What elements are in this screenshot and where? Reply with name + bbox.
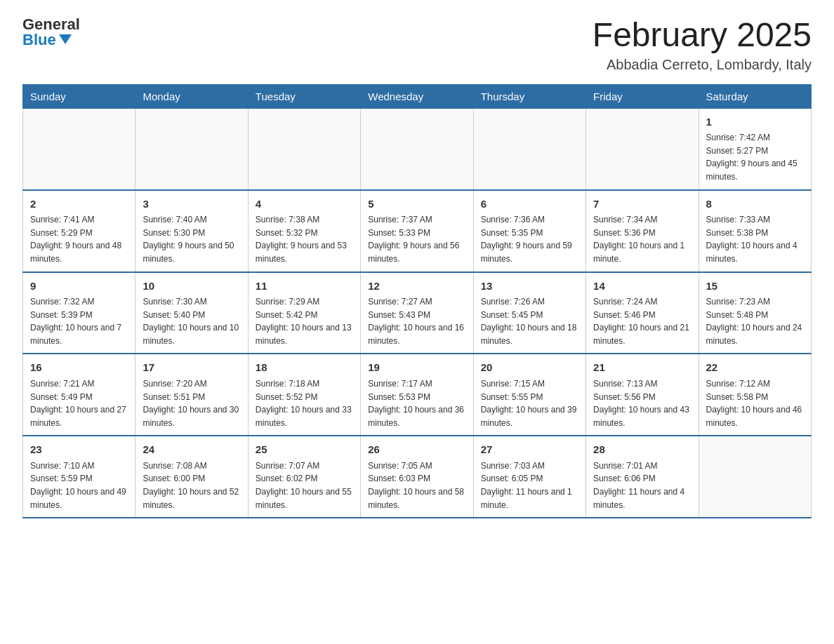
day-number: 25 bbox=[256, 442, 353, 458]
day-cell: 20Sunrise: 7:15 AMSunset: 5:55 PMDayligh… bbox=[473, 354, 585, 436]
day-number: 15 bbox=[706, 279, 804, 295]
day-number: 10 bbox=[143, 279, 240, 295]
day-info: Sunrise: 7:23 AMSunset: 5:48 PMDaylight:… bbox=[706, 295, 804, 347]
logo-general-text: General bbox=[22, 17, 80, 32]
day-cell: 4Sunrise: 7:38 AMSunset: 5:32 PMDaylight… bbox=[248, 190, 360, 272]
title-section: February 2025 Abbadia Cerreto, Lombardy,… bbox=[593, 17, 812, 73]
day-info: Sunrise: 7:05 AMSunset: 6:03 PMDaylight:… bbox=[368, 459, 465, 511]
day-number: 5 bbox=[368, 196, 465, 213]
day-cell bbox=[699, 436, 811, 518]
day-cell: 21Sunrise: 7:13 AMSunset: 5:56 PMDayligh… bbox=[586, 354, 699, 436]
day-number: 27 bbox=[481, 442, 578, 458]
day-number: 1 bbox=[706, 114, 804, 130]
day-cell: 3Sunrise: 7:40 AMSunset: 5:30 PMDaylight… bbox=[135, 190, 248, 272]
day-cell: 22Sunrise: 7:12 AMSunset: 5:58 PMDayligh… bbox=[699, 354, 811, 436]
day-number: 11 bbox=[256, 279, 353, 295]
day-number: 23 bbox=[30, 442, 128, 458]
day-info: Sunrise: 7:15 AMSunset: 5:55 PMDaylight:… bbox=[481, 377, 578, 429]
day-info: Sunrise: 7:13 AMSunset: 5:56 PMDaylight:… bbox=[593, 377, 691, 429]
day-number: 16 bbox=[30, 360, 128, 376]
day-info: Sunrise: 7:08 AMSunset: 6:00 PMDaylight:… bbox=[143, 459, 240, 511]
day-cell bbox=[586, 108, 699, 189]
day-cell: 28Sunrise: 7:01 AMSunset: 6:06 PMDayligh… bbox=[586, 436, 699, 518]
logo-triangle-icon bbox=[59, 34, 72, 44]
day-cell: 13Sunrise: 7:26 AMSunset: 5:45 PMDayligh… bbox=[473, 272, 585, 354]
day-info: Sunrise: 7:10 AMSunset: 5:59 PMDaylight:… bbox=[30, 459, 128, 511]
day-number: 17 bbox=[143, 360, 240, 376]
day-info: Sunrise: 7:26 AMSunset: 5:45 PMDaylight:… bbox=[481, 295, 578, 347]
day-info: Sunrise: 7:17 AMSunset: 5:53 PMDaylight:… bbox=[368, 377, 465, 429]
header-row: Sunday Monday Tuesday Wednesday Thursday… bbox=[23, 84, 812, 108]
location-subtitle: Abbadia Cerreto, Lombardy, Italy bbox=[593, 57, 812, 73]
day-info: Sunrise: 7:37 AMSunset: 5:33 PMDaylight:… bbox=[368, 213, 465, 265]
day-number: 28 bbox=[593, 442, 691, 458]
day-number: 19 bbox=[368, 360, 465, 376]
day-cell bbox=[248, 108, 360, 189]
day-info: Sunrise: 7:38 AMSunset: 5:32 PMDaylight:… bbox=[256, 213, 353, 265]
day-number: 2 bbox=[30, 196, 128, 213]
day-cell: 15Sunrise: 7:23 AMSunset: 5:48 PMDayligh… bbox=[699, 272, 811, 354]
day-cell: 6Sunrise: 7:36 AMSunset: 5:35 PMDaylight… bbox=[473, 190, 585, 272]
day-info: Sunrise: 7:27 AMSunset: 5:43 PMDaylight:… bbox=[368, 295, 465, 347]
day-info: Sunrise: 7:36 AMSunset: 5:35 PMDaylight:… bbox=[481, 213, 578, 265]
month-title: February 2025 bbox=[593, 17, 812, 54]
day-info: Sunrise: 7:40 AMSunset: 5:30 PMDaylight:… bbox=[143, 213, 240, 265]
col-friday: Friday bbox=[586, 84, 699, 108]
day-cell: 10Sunrise: 7:30 AMSunset: 5:40 PMDayligh… bbox=[135, 272, 248, 354]
day-number: 8 bbox=[706, 196, 804, 213]
day-cell: 24Sunrise: 7:08 AMSunset: 6:00 PMDayligh… bbox=[135, 436, 248, 518]
day-number: 13 bbox=[481, 279, 578, 295]
page-header: General Blue February 2025 Abbadia Cerre… bbox=[22, 17, 812, 73]
week-row-0: 1Sunrise: 7:42 AMSunset: 5:27 PMDaylight… bbox=[23, 108, 812, 189]
day-number: 24 bbox=[143, 442, 240, 458]
day-info: Sunrise: 7:07 AMSunset: 6:02 PMDaylight:… bbox=[256, 459, 353, 511]
day-info: Sunrise: 7:18 AMSunset: 5:52 PMDaylight:… bbox=[256, 377, 353, 429]
week-row-1: 2Sunrise: 7:41 AMSunset: 5:29 PMDaylight… bbox=[23, 190, 812, 272]
day-number: 21 bbox=[593, 360, 691, 376]
day-cell: 19Sunrise: 7:17 AMSunset: 5:53 PMDayligh… bbox=[361, 354, 473, 436]
day-cell bbox=[361, 108, 473, 189]
day-number: 22 bbox=[706, 360, 804, 376]
day-info: Sunrise: 7:12 AMSunset: 5:58 PMDaylight:… bbox=[706, 377, 804, 429]
day-number: 7 bbox=[593, 196, 691, 213]
day-info: Sunrise: 7:20 AMSunset: 5:51 PMDaylight:… bbox=[143, 377, 240, 429]
calendar-body: 1Sunrise: 7:42 AMSunset: 5:27 PMDaylight… bbox=[23, 108, 812, 518]
day-number: 4 bbox=[256, 196, 353, 213]
day-cell: 27Sunrise: 7:03 AMSunset: 6:05 PMDayligh… bbox=[473, 436, 585, 518]
day-cell: 7Sunrise: 7:34 AMSunset: 5:36 PMDaylight… bbox=[586, 190, 699, 272]
col-tuesday: Tuesday bbox=[248, 84, 360, 108]
week-row-3: 16Sunrise: 7:21 AMSunset: 5:49 PMDayligh… bbox=[23, 354, 812, 436]
day-cell: 11Sunrise: 7:29 AMSunset: 5:42 PMDayligh… bbox=[248, 272, 360, 354]
day-number: 18 bbox=[256, 360, 353, 376]
day-info: Sunrise: 7:30 AMSunset: 5:40 PMDaylight:… bbox=[143, 295, 240, 347]
col-monday: Monday bbox=[135, 84, 248, 108]
day-info: Sunrise: 7:41 AMSunset: 5:29 PMDaylight:… bbox=[30, 213, 128, 265]
week-row-4: 23Sunrise: 7:10 AMSunset: 5:59 PMDayligh… bbox=[23, 436, 812, 518]
day-cell: 12Sunrise: 7:27 AMSunset: 5:43 PMDayligh… bbox=[361, 272, 473, 354]
day-number: 26 bbox=[368, 442, 465, 458]
day-cell: 14Sunrise: 7:24 AMSunset: 5:46 PMDayligh… bbox=[586, 272, 699, 354]
day-cell bbox=[23, 108, 135, 189]
day-number: 20 bbox=[481, 360, 578, 376]
col-thursday: Thursday bbox=[473, 84, 585, 108]
day-cell: 5Sunrise: 7:37 AMSunset: 5:33 PMDaylight… bbox=[361, 190, 473, 272]
logo: General Blue bbox=[22, 17, 80, 48]
day-info: Sunrise: 7:21 AMSunset: 5:49 PMDaylight:… bbox=[30, 377, 128, 429]
logo-blue-text: Blue bbox=[22, 32, 72, 48]
col-wednesday: Wednesday bbox=[361, 84, 473, 108]
day-cell: 9Sunrise: 7:32 AMSunset: 5:39 PMDaylight… bbox=[23, 272, 135, 354]
day-cell: 25Sunrise: 7:07 AMSunset: 6:02 PMDayligh… bbox=[248, 436, 360, 518]
day-info: Sunrise: 7:29 AMSunset: 5:42 PMDaylight:… bbox=[256, 295, 353, 347]
day-cell: 8Sunrise: 7:33 AMSunset: 5:38 PMDaylight… bbox=[699, 190, 811, 272]
calendar-table: Sunday Monday Tuesday Wednesday Thursday… bbox=[22, 84, 812, 518]
col-sunday: Sunday bbox=[23, 84, 135, 108]
day-info: Sunrise: 7:24 AMSunset: 5:46 PMDaylight:… bbox=[593, 295, 691, 347]
day-info: Sunrise: 7:32 AMSunset: 5:39 PMDaylight:… bbox=[30, 295, 128, 347]
day-cell: 1Sunrise: 7:42 AMSunset: 5:27 PMDaylight… bbox=[699, 108, 811, 189]
col-saturday: Saturday bbox=[699, 84, 811, 108]
day-cell bbox=[473, 108, 585, 189]
day-info: Sunrise: 7:03 AMSunset: 6:05 PMDaylight:… bbox=[481, 459, 578, 511]
day-info: Sunrise: 7:42 AMSunset: 5:27 PMDaylight:… bbox=[706, 131, 804, 183]
day-cell: 17Sunrise: 7:20 AMSunset: 5:51 PMDayligh… bbox=[135, 354, 248, 436]
day-number: 14 bbox=[593, 279, 691, 295]
